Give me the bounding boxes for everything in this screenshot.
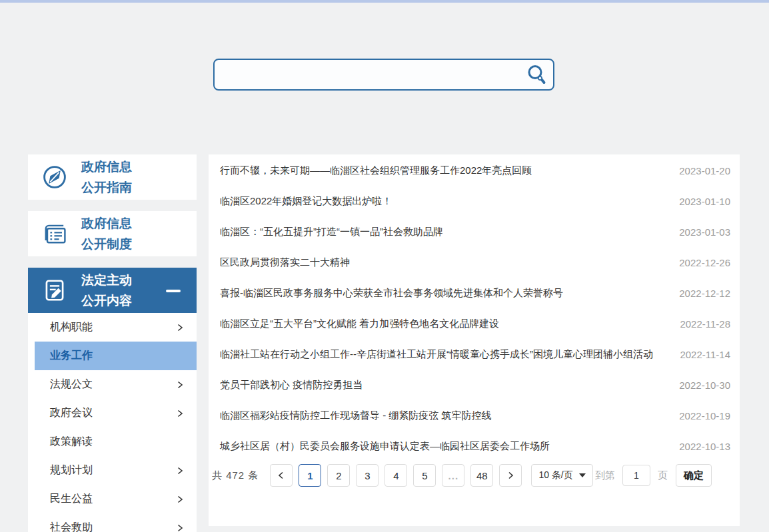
article-date: 2023-01-10 [679, 196, 730, 207]
page-button-48[interactable]: 48 [470, 464, 493, 487]
prev-page-button[interactable] [270, 464, 293, 487]
article-link[interactable]: 行而不辍，未来可期——临淄区社会组织管理服务工作2022年亮点回顾 [220, 155, 679, 186]
search-icon [525, 63, 548, 86]
chevron-right-icon [175, 466, 185, 475]
search-input[interactable] [215, 60, 520, 89]
article-list: 行而不辍，未来可期——临淄区社会组织管理服务工作2022年亮点回顾 2023-0… [209, 154, 740, 461]
article-link[interactable]: 临淄区福彩站疫情防控工作现场督导 - 绷紧防疫弦 筑牢防控线 [220, 400, 679, 431]
article-link[interactable]: 临淄社工站在行动之小组工作--辛店街道社工站开展“情暖童心携手成长”困境儿童心理… [220, 339, 680, 370]
chevron-right-icon [175, 495, 185, 504]
chevron-right-icon [175, 323, 185, 332]
sidebar-item-label: 政府信息 公开指南 [81, 156, 132, 198]
article-date: 2022-10-30 [679, 380, 730, 391]
menu-item-business-work[interactable]: 业务工作 [35, 342, 197, 370]
goto-confirm-button[interactable]: 确定 [676, 464, 712, 487]
page-size-select[interactable]: 10 条/页 [531, 464, 592, 487]
page-button-2[interactable]: 2 [327, 464, 350, 487]
article-link[interactable]: 城乡社区居（村）民委员会服务设施申请认定表—临园社区居委会工作场所 [220, 431, 679, 461]
article-link[interactable]: 喜报-临淄区民政事务服务中心荣获全市社会事务领域先进集体和个人荣誉称号 [220, 278, 679, 308]
minus-icon[interactable] [166, 290, 181, 292]
page-button-4[interactable]: 4 [384, 464, 407, 487]
chevron-right-icon [506, 471, 515, 480]
chevron-right-icon [175, 409, 185, 418]
page-size-label: 10 条/页 [538, 469, 572, 481]
chevron-right-icon [175, 380, 185, 390]
chevron-right-icon [175, 523, 185, 532]
article-link[interactable]: 临淄区立足“五大平台”文化赋能 着力加强特色地名文化品牌建设 [220, 308, 680, 339]
pagination: 共 472 条 1 2 3 4 5 ... 48 10 条/页 [212, 462, 730, 489]
search-bar [213, 59, 554, 91]
article-date: 2022-11-28 [680, 318, 730, 330]
menu-item-livelihood[interactable]: 民生公益 [28, 485, 197, 513]
goto-page-group: 到第 页 确定 [595, 464, 712, 487]
article-date: 2023-01-03 [679, 226, 730, 238]
article-link[interactable]: 临淄区2022年婚姻登记大数据出炉啦！ [220, 186, 679, 216]
article-date: 2022-11-14 [680, 349, 730, 360]
top-accent-bar [0, 0, 769, 3]
next-page-button[interactable] [499, 464, 522, 487]
page-button-5[interactable]: 5 [413, 464, 436, 487]
page-button-1[interactable]: 1 [299, 464, 321, 487]
list-item: 喜报-临淄区民政事务服务中心荣获全市社会事务领域先进集体和个人荣誉称号 2022… [220, 278, 730, 308]
compass-icon [28, 162, 81, 192]
menu-item-social-assistance[interactable]: 社会救助 [28, 513, 197, 532]
article-date: 2022-12-12 [679, 288, 730, 299]
chevron-down-icon [579, 473, 586, 481]
list-item: 党员干部践初心 疫情防控勇担当 2022-10-30 [220, 370, 730, 400]
sidebar-item-gov-info-guide[interactable]: 政府信息 公开指南 [28, 154, 197, 200]
list-item: 临淄区立足“五大平台”文化赋能 着力加强特色地名文化品牌建设 2022-11-2… [220, 308, 730, 339]
goto-page-input[interactable] [622, 465, 650, 486]
article-link[interactable]: 党员干部践初心 疫情防控勇担当 [220, 370, 679, 400]
clipboard-pen-icon [28, 276, 81, 305]
sidebar-item-label: 法定主动 公开内容 [81, 270, 132, 311]
list-item: 临淄区福彩站疫情防控工作现场督导 - 绷紧防疫弦 筑牢防控线 2022-10-1… [220, 400, 730, 431]
list-item: 城乡社区居（村）民委员会服务设施申请认定表—临园社区居委会工作场所 2022-1… [220, 431, 730, 461]
book-icon [28, 219, 81, 248]
article-date: 2022-12-26 [679, 257, 730, 268]
menu-item-planning[interactable]: 规划计划 [28, 456, 197, 485]
sidebar: 政府信息 公开指南 政府信息 公开制度 [28, 154, 197, 532]
menu-item-regulations[interactable]: 法规公文 [28, 370, 197, 399]
sidebar-item-gov-info-system[interactable]: 政府信息 公开制度 [28, 211, 197, 256]
article-date: 2023-01-20 [679, 165, 730, 176]
list-item: 区民政局贯彻落实二十大精神 2022-12-26 [220, 247, 730, 278]
list-item: 临淄社工站在行动之小组工作--辛店街道社工站开展“情暖童心携手成长”困境儿童心理… [220, 339, 730, 370]
page: 政府信息 公开指南 政府信息 公开制度 [0, 0, 769, 532]
goto-suffix-label: 页 [658, 469, 668, 482]
article-date: 2022-10-19 [679, 410, 730, 421]
total-count: 共 472 条 [212, 469, 259, 482]
menu-item-policy-interpretation[interactable]: 政策解读 [28, 427, 197, 456]
list-item: 临淄区2022年婚姻登记大数据出炉啦！ 2023-01-10 [220, 186, 730, 216]
chevron-left-icon [277, 471, 286, 480]
menu-item-organization[interactable]: 机构职能 [28, 313, 197, 342]
page-ellipsis-button[interactable]: ... [442, 464, 464, 487]
sidebar-item-statutory-disclosure[interactable]: 法定主动 公开内容 [28, 268, 197, 313]
sidebar-item-label: 政府信息 公开制度 [81, 213, 132, 254]
goto-prefix-label: 到第 [595, 469, 615, 482]
article-list-panel: 行而不辍，未来可期——临淄区社会组织管理服务工作2022年亮点回顾 2023-0… [209, 154, 740, 526]
sidebar-submenu: 机构职能 业务工作 法规公文 政府会议 政策解读 [28, 313, 197, 532]
list-item: 行而不辍，未来可期——临淄区社会组织管理服务工作2022年亮点回顾 2023-0… [220, 155, 730, 186]
article-date: 2022-10-13 [679, 441, 730, 452]
list-item: 临淄区：“五化五提升”打造“一镇一品”社会救助品牌 2023-01-03 [220, 216, 730, 247]
menu-item-gov-meetings[interactable]: 政府会议 [28, 399, 197, 427]
article-link[interactable]: 区民政局贯彻落实二十大精神 [220, 247, 679, 278]
article-link[interactable]: 临淄区：“五化五提升”打造“一镇一品”社会救助品牌 [220, 216, 679, 247]
page-button-3[interactable]: 3 [356, 464, 379, 487]
search-button[interactable] [520, 60, 553, 89]
